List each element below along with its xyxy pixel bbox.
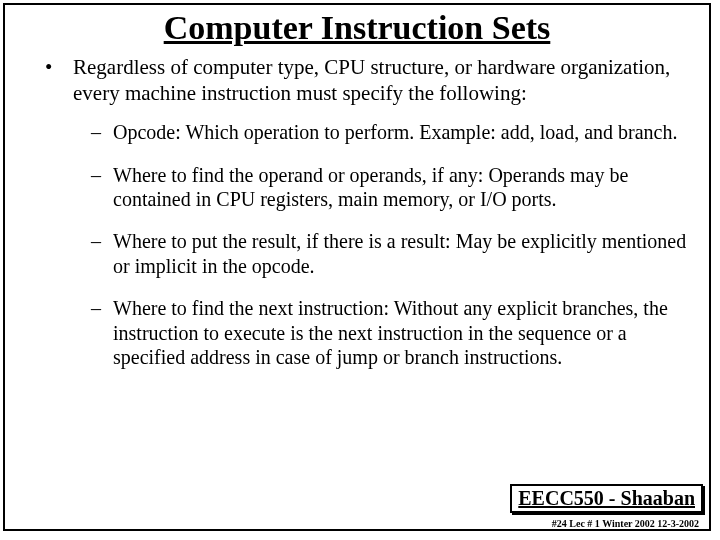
slide-title: Computer Instruction Sets	[5, 9, 709, 47]
footer-text: EECC550 - Shaaban	[518, 487, 695, 509]
intro-bullet: Regardless of computer type, CPU structu…	[23, 55, 691, 369]
sub-list: Opcode: Which operation to perform. Exam…	[73, 120, 691, 369]
main-list: Regardless of computer type, CPU structu…	[23, 55, 691, 369]
sub-item: Opcode: Which operation to perform. Exam…	[73, 120, 691, 144]
subfooter-text: #24 Lec # 1 Winter 2002 12-3-2002	[552, 518, 699, 529]
slide-content: Regardless of computer type, CPU structu…	[5, 55, 709, 369]
sub-item: Where to put the result, if there is a r…	[73, 229, 691, 278]
slide-frame: Computer Instruction Sets Regardless of …	[3, 3, 711, 531]
sub-item: Where to find the operand or operands, i…	[73, 163, 691, 212]
sub-item: Where to find the next instruction: With…	[73, 296, 691, 369]
intro-text: Regardless of computer type, CPU structu…	[73, 55, 670, 105]
footer-box: EECC550 - Shaaban	[510, 484, 703, 513]
